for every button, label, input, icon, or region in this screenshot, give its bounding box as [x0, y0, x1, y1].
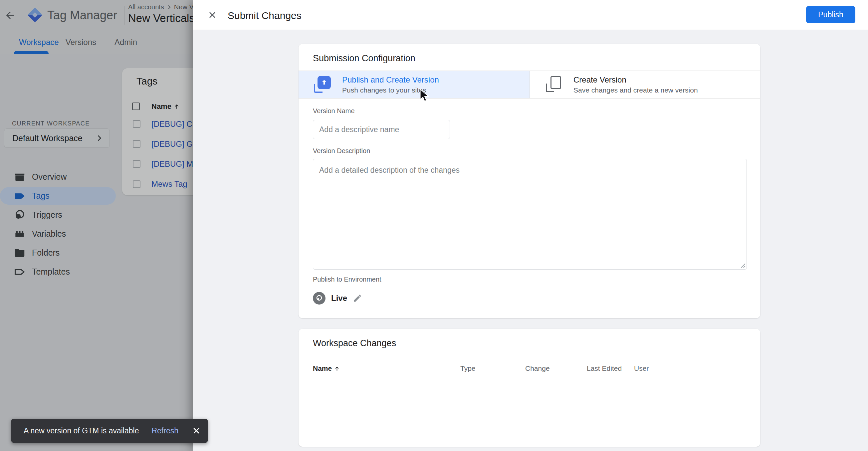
modal-header: Submit Changes Publish [193, 0, 868, 30]
create-version-icon [545, 76, 562, 93]
live-environment-icon [313, 292, 326, 305]
version-description-textarea[interactable] [313, 159, 747, 270]
row-separator [299, 418, 760, 418]
publish-to-environment-label: Publish to Environment [313, 276, 381, 283]
version-description-label: Version Description [313, 147, 370, 155]
column-user: User [634, 364, 649, 372]
screen: Tag Manager All accounts New Ver New Ver… [0, 0, 868, 451]
textarea-resize-handle[interactable] [739, 261, 746, 268]
submit-changes-modal: Submit Changes Publish Submission Config… [193, 0, 868, 451]
option-publish-and-create-version[interactable]: Publish and Create Version Push changes … [299, 71, 529, 98]
version-name-input[interactable] [313, 120, 450, 139]
row-separator [299, 398, 760, 398]
option-title: Publish and Create Version [342, 75, 439, 85]
close-icon [191, 426, 202, 436]
publish-button[interactable]: Publish [806, 6, 855, 23]
column-name[interactable]: Name [313, 364, 340, 372]
publish-version-icon [314, 76, 331, 93]
version-name-label: Version Name [313, 107, 355, 115]
option-create-version[interactable]: Create Version Save changes and create a… [529, 71, 760, 98]
option-title: Create Version [574, 75, 698, 85]
refresh-button[interactable]: Refresh [151, 426, 178, 435]
workspace-changes-title: Workspace Changes [313, 338, 396, 349]
toast-close-button[interactable] [190, 424, 203, 438]
submission-options: Publish and Create Version Push changes … [299, 70, 760, 98]
sort-ascending-icon [334, 365, 340, 372]
column-change: Change [525, 364, 550, 372]
environment-row: Live [313, 292, 362, 305]
environment-name: Live [331, 294, 347, 303]
toast-message: A new version of GTM is available [24, 426, 151, 435]
edit-environment-icon[interactable] [353, 294, 362, 303]
modal-title: Submit Changes [228, 10, 302, 21]
close-button[interactable] [206, 8, 219, 22]
workspace-changes-header: Name Type Change Last Edited User [299, 360, 760, 377]
column-type: Type [460, 364, 475, 372]
submission-configuration-card: Submission Configuration Publish and Cre… [299, 44, 760, 318]
option-subtitle: Save changes and create a new version [574, 86, 698, 94]
submission-configuration-title: Submission Configuration [313, 53, 415, 64]
gtm-update-toast: A new version of GTM is available Refres… [11, 419, 208, 443]
mouse-cursor [419, 89, 431, 102]
close-icon [207, 10, 218, 20]
workspace-changes-card: Workspace Changes Name Type Change Last … [299, 329, 760, 447]
column-last-edited: Last Edited [587, 364, 622, 372]
